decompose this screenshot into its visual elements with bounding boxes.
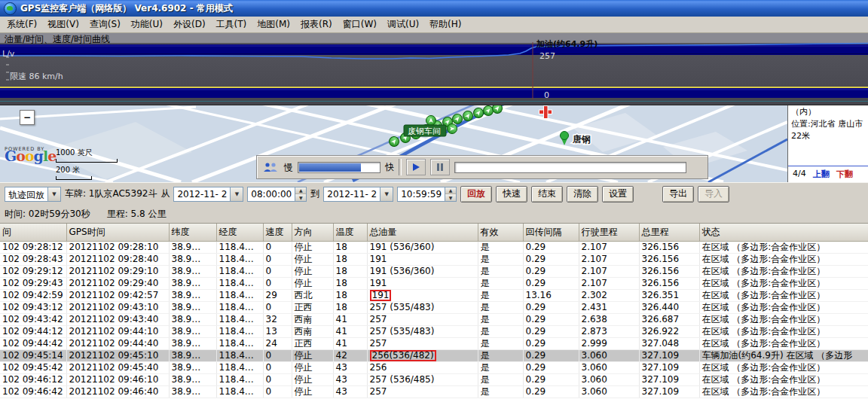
- menu-item[interactable]: 功能(U): [126, 16, 168, 33]
- chevron-down-icon[interactable]: ▼: [380, 187, 393, 201]
- play-button[interactable]: [406, 159, 426, 175]
- menu-item[interactable]: 报表(R): [295, 16, 338, 33]
- clear-button[interactable]: 清除: [567, 186, 598, 203]
- map-scale: 1000 英尺 200 米: [56, 148, 118, 182]
- table-row[interactable]: 102 09:43:1220121102 09:43:1038.9…118.4……: [0, 302, 868, 314]
- speed-limit-line: [0, 87, 868, 88]
- spin-down-icon[interactable]: ▼: [445, 193, 456, 201]
- end-button[interactable]: 结束: [531, 186, 563, 203]
- column-header[interactable]: 方向: [292, 224, 333, 242]
- settings-button[interactable]: 设置: [602, 186, 634, 203]
- scale-feet-label: 1000 英尺: [56, 148, 118, 158]
- location-label: 位置:河北省 唐山市: [788, 117, 868, 129]
- plate-label: 车牌: 1队京AC5392斗: [65, 187, 157, 200]
- menu-item[interactable]: 视图(V): [42, 16, 84, 33]
- map-view[interactable]: 废钢车间 唐钢 − POWERED BY Google 1000 英尺 200 …: [0, 105, 787, 182]
- table-row[interactable]: 102 09:42:5920121102 09:42:5738.9…118.4……: [0, 290, 868, 302]
- chevron-down-icon[interactable]: ▼: [230, 187, 243, 201]
- zoom-out-button[interactable]: −: [20, 110, 35, 125]
- time-to-value: 10:59:59: [398, 187, 445, 201]
- column-header[interactable]: 总油量: [367, 224, 478, 242]
- column-header[interactable]: 间: [0, 224, 66, 242]
- playback-progress-bar[interactable]: [454, 162, 686, 173]
- menu-item[interactable]: 外设(D): [168, 16, 211, 33]
- title-bar[interactable]: GPS监控客户端（网络版） Ver4.6902 - 常用模式: [0, 0, 868, 17]
- to-label: 到: [310, 187, 319, 200]
- chart-title: 油量/时间、速度/时间曲线: [5, 33, 110, 46]
- chart-y-axis-label: L/v: [2, 49, 14, 59]
- chevron-down-icon[interactable]: ▼: [47, 187, 60, 201]
- menu-item[interactable]: 查询(S): [84, 16, 126, 33]
- page-down-link[interactable]: 下翻: [836, 169, 853, 180]
- column-header[interactable]: 状态: [699, 224, 868, 242]
- track-data-table: 间GPS时间纬度经度速度方向温度总油量有效回传间隔行驶里程总里程状态 102 0…: [0, 223, 868, 399]
- oil-annotation-box: 191: [370, 290, 392, 301]
- time-from-value: 08:00:00: [248, 187, 295, 201]
- pause-icon: [437, 163, 443, 171]
- fuel-after-value: 257: [539, 51, 555, 61]
- table-row[interactable]: 102 09:45:1420121102 09:45:1038.9…118.4……: [0, 350, 868, 362]
- tanggang-pin-icon[interactable]: [561, 132, 569, 146]
- column-header[interactable]: 经度: [216, 224, 263, 242]
- date-to-picker[interactable]: 2012-11- 2 ▼: [323, 187, 393, 202]
- speed-slow-label: 慢: [284, 161, 293, 174]
- svg-text:废钢车间: 废钢车间: [408, 126, 441, 136]
- track-point-marker[interactable]: [448, 124, 457, 134]
- column-header[interactable]: 总里程: [639, 224, 699, 242]
- spin-up-icon[interactable]: ▲: [445, 187, 456, 194]
- scale-feet-bar: [56, 159, 118, 163]
- speed-limit-label: 限速 86 km/h: [10, 71, 63, 82]
- table-row[interactable]: 102 09:29:1220121102 09:29:1038.9…118.4……: [0, 266, 868, 278]
- logo-letter: G: [5, 148, 16, 164]
- mode-select[interactable]: 轨迹回放 ▼: [5, 187, 61, 202]
- table-row[interactable]: 102 09:43:4220121102 09:43:4038.9…118.4……: [0, 314, 868, 326]
- table-row[interactable]: 102 09:46:1220121102 09:46:1038.9…118.4……: [0, 374, 868, 386]
- app-window: GPS监控客户端（网络版） Ver4.6902 - 常用模式 系统(F)视图(V…: [0, 0, 868, 399]
- pause-button[interactable]: [430, 159, 450, 175]
- play-icon: [413, 163, 420, 171]
- playback-control-bar: 轨迹回放 ▼ 车牌: 1队京AC5392斗 从 2012-11- 2 ▼ 08:…: [0, 182, 868, 205]
- column-header[interactable]: 纬度: [169, 224, 216, 242]
- export-button[interactable]: 导出: [662, 186, 694, 203]
- replay-button[interactable]: 回放: [460, 186, 492, 203]
- import-button[interactable]: 导入: [698, 186, 729, 203]
- spin-down-icon[interactable]: ▼: [295, 193, 306, 201]
- menu-item[interactable]: 地图(M): [252, 16, 295, 33]
- time-to-spinner[interactable]: 10:59:59 ▲▼: [397, 187, 457, 202]
- table-row[interactable]: 102 09:28:1220121102 09:28:1038.9…118.4……: [0, 242, 868, 254]
- column-header[interactable]: 温度: [333, 224, 367, 242]
- table-row[interactable]: 102 09:44:1220121102 09:44:1038.9…118.4……: [0, 326, 868, 338]
- time-from-spinner[interactable]: 08:00:00 ▲▼: [247, 187, 307, 202]
- menu-item[interactable]: 工具(T): [211, 16, 252, 33]
- table-row[interactable]: 102 09:44:4220121102 09:44:4038.9…118.4……: [0, 338, 868, 350]
- menu-item[interactable]: 调试(U): [382, 16, 424, 33]
- menu-item[interactable]: 帮助(H): [424, 16, 466, 33]
- column-header[interactable]: 行驶里程: [579, 224, 639, 242]
- table-row[interactable]: 102 09:28:4320121102 09:28:4038.9…118.4……: [0, 254, 868, 266]
- table-body: 102 09:28:1220121102 09:28:1038.9…118.4……: [0, 242, 868, 398]
- track-point-marker[interactable]: [426, 116, 436, 126]
- menu-item[interactable]: 系统(F): [2, 16, 42, 33]
- column-header[interactable]: 回传间隔: [523, 224, 579, 242]
- date-from-picker[interactable]: 2012-11- 2 ▼: [173, 187, 243, 202]
- logo-letter: o: [25, 148, 34, 164]
- table-row[interactable]: 102 09:46:4220121102 09:46:4038.9…118.4……: [0, 386, 868, 398]
- spin-up-icon[interactable]: ▲: [295, 187, 306, 194]
- column-header[interactable]: 速度: [263, 224, 292, 242]
- scale-meters-bar: [56, 176, 92, 180]
- column-header[interactable]: GPS时间: [66, 224, 169, 242]
- status-line: 时间: 02时59分30秒 里程: 5.8 公里: [0, 205, 868, 223]
- table-row[interactable]: 102 09:45:4220121102 09:45:4038.9…118.4……: [0, 362, 868, 374]
- people-icon: [263, 162, 280, 172]
- google-logo: POWERED BY Google: [5, 146, 56, 160]
- speed-slider[interactable]: [298, 162, 381, 173]
- page-up-link[interactable]: 上翻: [813, 169, 830, 180]
- column-header[interactable]: 有效: [478, 224, 523, 242]
- table-row[interactable]: 102 09:29:4320121102 09:29:4038.9…118.4……: [0, 278, 868, 290]
- menu-bar: 系统(F)视图(V)查询(S)功能(U)外设(D)工具(T)地图(M)报表(R)…: [0, 17, 868, 33]
- playback-buttons: 回放快速结束清除设置: [460, 186, 634, 203]
- fast-button[interactable]: 快速: [496, 186, 527, 203]
- menu-item[interactable]: 窗口(W): [338, 16, 382, 33]
- table-header-row: 间GPS时间纬度经度速度方向温度总油量有效回传间隔行驶里程总里程状态: [0, 224, 868, 242]
- chart-canvas: [0, 33, 868, 105]
